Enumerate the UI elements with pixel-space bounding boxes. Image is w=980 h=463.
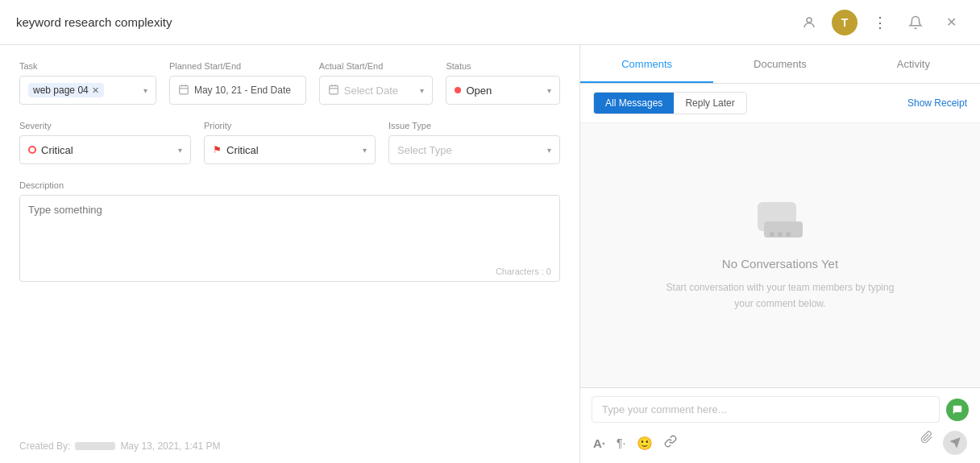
no-conversations-subtitle: Start conversation with your team member… xyxy=(666,280,895,311)
actual-chevron-icon: ▾ xyxy=(420,86,424,95)
comment-input-area: A· ¶· 🙂 xyxy=(580,387,980,463)
actual-control[interactable]: Select Date ▾ xyxy=(319,76,434,105)
message-filter-group: All Messages Reply Later xyxy=(593,92,747,114)
bell-icon[interactable] xyxy=(903,10,928,35)
conversations-area: No Conversations Yet Start conversation … xyxy=(580,123,980,387)
flag-icon: ⚑ xyxy=(213,144,222,155)
status-chevron-icon: ▾ xyxy=(547,86,551,95)
issue-label: Issue Type xyxy=(388,121,560,130)
form-row-2: Severity Critical ▾ Priority ⚑ Critical … xyxy=(19,121,560,164)
show-receipt-link[interactable]: Show Receipt xyxy=(907,97,967,109)
close-icon[interactable]: ✕ xyxy=(938,10,964,35)
form-row-1: Task web page 04 ✕ ▾ Planned Start/End xyxy=(19,61,560,105)
no-conversations-title: No Conversations Yet xyxy=(722,257,838,271)
attach-icon[interactable] xyxy=(920,431,933,455)
task-tag: web page 04 ✕ xyxy=(28,83,104,97)
svg-rect-1 xyxy=(180,85,189,94)
task-field: Task web page 04 ✕ ▾ xyxy=(19,61,156,105)
send-button[interactable] xyxy=(943,431,967,455)
paragraph-icon[interactable]: ¶· xyxy=(617,436,625,449)
link-icon[interactable] xyxy=(664,435,677,451)
message-actions-bar: All Messages Reply Later Show Receipt xyxy=(580,84,980,123)
tab-documents[interactable]: Documents xyxy=(713,45,846,83)
description-input[interactable] xyxy=(20,196,559,260)
comment-input[interactable] xyxy=(592,396,940,423)
issue-field: Issue Type Select Type ▾ xyxy=(388,121,560,164)
actual-field: Actual Start/End Select Date ▾ xyxy=(319,61,434,105)
actual-label: Actual Start/End xyxy=(319,61,434,71)
left-panel: Task web page 04 ✕ ▾ Planned Start/End xyxy=(0,45,580,463)
priority-value: Critical xyxy=(226,144,259,156)
tabs-bar: Comments Documents Activity xyxy=(580,45,980,84)
planned-control[interactable]: May 10, 21 - End Date xyxy=(169,76,306,105)
severity-chevron-icon: ▾ xyxy=(178,146,182,155)
status-field: Status Open ▾ xyxy=(446,61,560,105)
priority-control[interactable]: ⚑ Critical ▾ xyxy=(204,135,376,164)
svg-point-12 xyxy=(778,232,783,237)
status-label: Status xyxy=(446,61,560,71)
status-dot-icon xyxy=(455,87,461,93)
description-label: Description xyxy=(19,180,560,190)
app-header: keyword research complexity T ⋮ ✕ xyxy=(0,0,980,45)
avatar[interactable]: T xyxy=(832,10,858,35)
tab-activity[interactable]: Activity xyxy=(847,45,980,83)
actual-placeholder: Select Date xyxy=(344,85,398,97)
more-icon[interactable]: ⋮ xyxy=(867,10,893,35)
description-section: Description Characters : 0 xyxy=(19,180,560,282)
created-date: May 13, 2021, 1:41 PM xyxy=(120,440,220,452)
svg-point-0 xyxy=(807,18,812,23)
priority-field: Priority ⚑ Critical ▾ xyxy=(204,121,376,164)
emoji-icon[interactable]: 🙂 xyxy=(637,436,653,451)
svg-rect-5 xyxy=(330,85,338,94)
priority-chevron-icon: ▾ xyxy=(363,146,367,155)
status-control[interactable]: Open ▾ xyxy=(446,76,560,105)
comment-input-row xyxy=(592,396,969,423)
severity-field: Severity Critical ▾ xyxy=(19,121,191,164)
svg-point-11 xyxy=(770,232,774,237)
task-label: Task xyxy=(19,61,156,71)
char-count: Characters : 0 xyxy=(20,263,559,281)
tag-close-icon[interactable]: ✕ xyxy=(92,85,99,96)
created-by-footer: Created By: May 13, 2021, 1:41 PM xyxy=(19,440,220,452)
planned-label: Planned Start/End xyxy=(169,61,306,71)
text-format-icon[interactable]: A· xyxy=(593,436,605,450)
issue-chevron-icon: ▾ xyxy=(547,146,551,155)
created-label: Created By: xyxy=(19,440,70,452)
severity-label: Severity xyxy=(19,121,191,130)
planned-field: Planned Start/End May 10, 21 - End Date xyxy=(169,61,306,105)
send-green-button[interactable] xyxy=(946,399,969,421)
task-chevron-icon: ▾ xyxy=(143,86,147,95)
header-actions: T ⋮ ✕ xyxy=(796,10,964,35)
all-messages-button[interactable]: All Messages xyxy=(594,93,674,114)
task-control[interactable]: web page 04 ✕ ▾ xyxy=(19,76,156,105)
chat-empty-icon xyxy=(754,199,806,247)
page-title: keyword research complexity xyxy=(16,15,172,29)
severity-outline-icon xyxy=(28,146,36,154)
status-value: Open xyxy=(466,85,492,97)
planned-value: May 10, 21 - End Date xyxy=(194,85,291,96)
severity-value: Critical xyxy=(41,144,73,156)
reply-later-button[interactable]: Reply Later xyxy=(674,93,745,114)
comment-toolbar: A· ¶· 🙂 xyxy=(592,431,969,455)
user-icon[interactable] xyxy=(796,10,822,35)
main-content: Task web page 04 ✕ ▾ Planned Start/End xyxy=(0,45,980,463)
issue-placeholder: Select Type xyxy=(397,144,452,156)
priority-label: Priority xyxy=(204,121,376,130)
issue-control[interactable]: Select Type ▾ xyxy=(388,135,560,164)
creator-avatar-placeholder xyxy=(75,442,115,450)
tab-comments[interactable]: Comments xyxy=(580,45,713,83)
toolbar-right-icons xyxy=(920,431,967,455)
severity-control[interactable]: Critical ▾ xyxy=(19,135,191,164)
right-panel: Comments Documents Activity All Messages… xyxy=(580,45,980,463)
svg-point-13 xyxy=(786,232,791,237)
actual-calendar-icon xyxy=(328,84,339,97)
calendar-icon xyxy=(178,84,189,97)
